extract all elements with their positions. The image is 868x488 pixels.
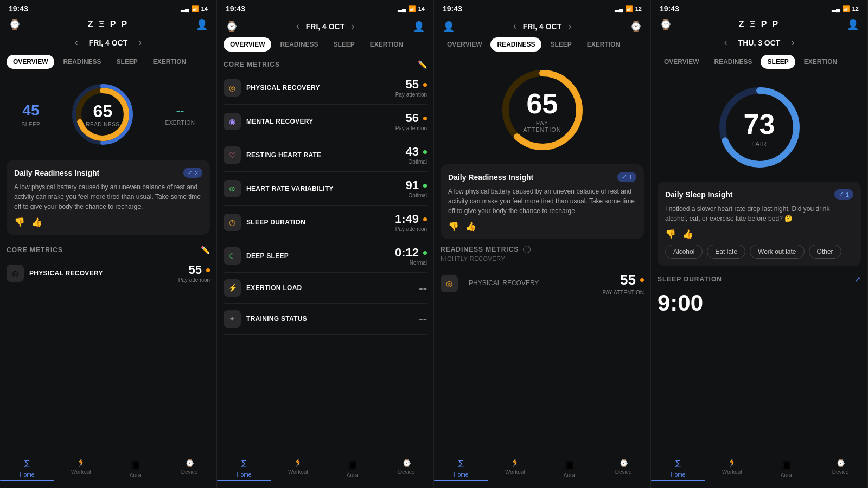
nav-workout-4[interactable]: 🏃 Workout (705, 459, 760, 481)
bottom-nav-1: Σ Home 🏃 Workout ▣ Aura ⌚ Device (0, 454, 216, 488)
nav-device-2[interactable]: ⌚ Device (379, 459, 433, 481)
metric-name-ds-2: DEEP SLEEP (246, 252, 395, 260)
user-icon-3a[interactable]: 👤 (443, 21, 455, 33)
tab-exertion-3[interactable]: EXERTION (580, 37, 627, 52)
tab-overview-1[interactable]: OVERVIEW (7, 55, 54, 69)
tab-overview-2[interactable]: OVERVIEW (224, 37, 271, 52)
thumbs-up-1[interactable]: 👍 (31, 217, 42, 227)
wifi-icon-2: 📶 (409, 5, 416, 12)
user-icon-2[interactable]: 👤 (413, 21, 425, 33)
tab-overview-4[interactable]: OVERVIEW (658, 55, 705, 69)
watch-icon-4: ⌚ (660, 18, 672, 30)
user-icon-1[interactable]: 👤 (196, 18, 208, 30)
tabs-4: OVERVIEW READINESS SLEEP EXERTION (651, 55, 867, 69)
edit-icon-2[interactable]: ✏️ (418, 60, 427, 69)
sleep-status-4: FAIR (744, 140, 775, 147)
option-other-4[interactable]: Other (809, 245, 841, 259)
tab-sleep-1[interactable]: SLEEP (110, 55, 144, 69)
nav-home-4[interactable]: Σ Home (651, 459, 705, 481)
home-icon-3: Σ (458, 459, 464, 470)
metric-icon-pr-2: ◎ (224, 79, 241, 97)
workout-icon-2: 🏃 (293, 459, 303, 467)
metric-val-sd-2: 1:49 (395, 212, 419, 226)
expand-icon-4[interactable]: ⤢ (854, 275, 861, 284)
metric-status-pr-2: Pay attention (395, 92, 427, 98)
tab-readiness-2[interactable]: READINESS (273, 37, 324, 52)
nav-aura-3[interactable]: ▣ Aura (542, 459, 597, 481)
tab-exertion-2[interactable]: EXERTION (363, 37, 410, 52)
thumbs-down-3[interactable]: 👎 (448, 221, 459, 232)
prev-date-2[interactable]: ‹ (294, 18, 302, 34)
tab-sleep-4[interactable]: SLEEP (761, 55, 795, 69)
metric-value-physical-1: 55 (189, 263, 202, 277)
prev-date-3[interactable]: ‹ (511, 18, 519, 34)
tab-readiness-4[interactable]: READINESS (707, 55, 758, 69)
tab-sleep-3[interactable]: SLEEP (544, 37, 578, 52)
metric-icon-physical-1: ◎ (7, 265, 24, 282)
metric-row-mr-2[interactable]: ◉ MENTAL RECOVERY 56 Pay attention (224, 105, 427, 138)
thumbs-up-3[interactable]: 👍 (465, 221, 476, 232)
nav-underline-3 (434, 480, 488, 481)
nav-device-1[interactable]: ⌚ Device (162, 459, 216, 481)
aura-label-2: Aura (347, 472, 358, 478)
metric-row-sd-2[interactable]: ◷ SLEEP DURATION 1:49 Pay attention (224, 206, 427, 239)
bottom-nav-2: Σ Home 🏃 Workout ▣ Aura ⌚ Device (217, 454, 433, 488)
insight-badge-1[interactable]: ✓ 2 (183, 168, 202, 178)
home-icon-2: Σ (241, 459, 247, 470)
option-workout-late-4[interactable]: Work out late (750, 245, 804, 259)
metric-val-hrv-2: 91 (406, 178, 419, 192)
next-date-2[interactable]: › (349, 18, 356, 34)
sleep-center-4: 73 FAIR (744, 108, 775, 147)
next-date-3[interactable]: › (566, 18, 573, 34)
core-metrics-header-2: CORE METRICS ✏️ (224, 56, 427, 71)
status-bar-4: 19:43 ▂▄ 📶 12 (651, 0, 867, 15)
tab-exertion-4[interactable]: EXERTION (797, 55, 844, 69)
insight-badge-4[interactable]: ✓ 1 (834, 189, 853, 200)
tab-sleep-2[interactable]: SLEEP (327, 37, 361, 52)
zepp-logo-4: Z Ξ P P (739, 20, 780, 29)
option-alcohol-4[interactable]: Alcohol (665, 245, 703, 259)
metric-row-ts-2[interactable]: ✦ TRAINING STATUS -- (224, 304, 427, 335)
content-3: 65 PAY ATTENTION Daily Readiness Insight… (434, 56, 650, 454)
nav-device-4[interactable]: ⌚ Device (813, 459, 867, 481)
metric-row-ds-2[interactable]: ☾ DEEP SLEEP 0:12 Normal (224, 239, 427, 273)
tab-overview-3[interactable]: OVERVIEW (441, 37, 488, 52)
thumbs-up-4[interactable]: 👍 (682, 229, 693, 239)
wifi-icon-4: 📶 (843, 5, 850, 12)
tab-exertion-1[interactable]: EXERTION (146, 55, 193, 69)
dot-hrv-2 (423, 184, 427, 188)
thumbs-down-1[interactable]: 👎 (14, 217, 25, 227)
option-eat-late-4[interactable]: Eat late (707, 245, 745, 259)
tab-readiness-3[interactable]: READINESS (490, 37, 541, 52)
nav-device-3[interactable]: ⌚ Device (596, 459, 650, 481)
info-icon-3[interactable]: i (523, 246, 531, 253)
next-date-4[interactable]: › (789, 35, 796, 50)
prev-date-1[interactable]: ‹ (73, 35, 80, 50)
metric-row-hrv-2[interactable]: ⊕ HEART RATE VARIABILITY 91 Optimal (224, 172, 427, 206)
metric-right-physical-1: 55 Pay attention (178, 263, 210, 283)
nav-workout-1[interactable]: 🏃 Workout (54, 459, 108, 481)
metric-row-el-2[interactable]: ⚡ EXERTION LOAD -- (224, 273, 427, 304)
nav-home-3[interactable]: Σ Home (434, 459, 488, 481)
metric-val-ds-2: 0:12 (395, 246, 419, 260)
metric-name-mr-2: MENTAL RECOVERY (246, 118, 395, 125)
battery-label-3: 12 (635, 5, 642, 12)
insight-badge-3[interactable]: ✓ 1 (617, 172, 636, 182)
nav-home-1[interactable]: Σ Home (0, 459, 54, 481)
nav-workout-2[interactable]: 🏃 Workout (271, 459, 326, 481)
user-icon-4[interactable]: 👤 (847, 18, 859, 30)
thumbs-down-4[interactable]: 👎 (665, 229, 676, 239)
metric-row-pr-2[interactable]: ◎ PHYSICAL RECOVERY 55 Pay attention (224, 71, 427, 105)
prev-date-4[interactable]: ‹ (722, 35, 730, 50)
nav-workout-3[interactable]: 🏃 Workout (488, 459, 542, 481)
edit-icon-1[interactable]: ✏️ (201, 246, 210, 254)
nav-aura-4[interactable]: ▣ Aura (760, 459, 814, 481)
metric-row-rhr-2[interactable]: ♡ RESTING HEART RATE 43 Optimal (224, 138, 427, 172)
nav-home-2[interactable]: Σ Home (217, 459, 271, 481)
nav-aura-1[interactable]: ▣ Aura (108, 459, 163, 481)
nav-aura-2[interactable]: ▣ Aura (326, 459, 380, 481)
next-date-1[interactable]: › (136, 35, 144, 50)
readiness-metric-pr-3[interactable]: ◎ PHYSICAL RECOVERY 55 PAY ATTENTION (441, 266, 644, 301)
metric-val-mr-2: 56 (406, 111, 419, 125)
tab-readiness-1[interactable]: READINESS (56, 55, 107, 69)
